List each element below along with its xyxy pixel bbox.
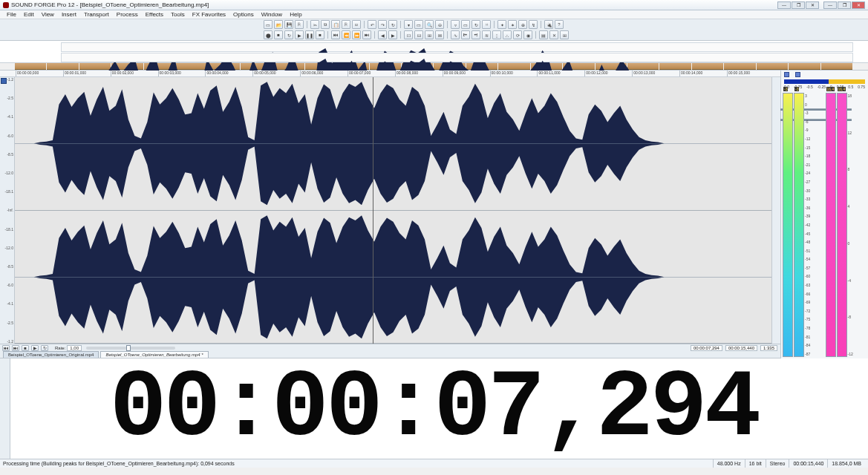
menu-help[interactable]: Help bbox=[286, 11, 305, 18]
open-button[interactable]: 📂 bbox=[274, 20, 283, 29]
doc-minimize-button[interactable]: — bbox=[777, 1, 791, 9]
fx2-button[interactable]: ⩥ bbox=[461, 30, 470, 39]
menu-tools[interactable]: Tools bbox=[167, 11, 189, 18]
doc-close-button[interactable]: ✕ bbox=[806, 1, 819, 9]
menu-view[interactable]: View bbox=[38, 11, 58, 18]
playhead-cursor[interactable] bbox=[373, 77, 373, 344]
ruler-tick: 00:00:08,000 bbox=[395, 71, 418, 76]
mode3-button[interactable]: ⊞ bbox=[425, 30, 434, 39]
tool2-button[interactable]: ✶ bbox=[508, 20, 517, 29]
big-time-panel: 00:00:07,294 bbox=[0, 358, 868, 459]
waveform-area[interactable]: -1.2-2.5-4.1-6.0-8.5-12.0-18.1-Inf.-18.1… bbox=[0, 77, 780, 344]
peak-value-r: -3 bbox=[794, 87, 799, 91]
cursor-time-readout[interactable]: 00:00:07,294 bbox=[691, 345, 722, 351]
record-button[interactable]: ⬤ bbox=[264, 30, 273, 39]
marker-button[interactable]: ▾ bbox=[404, 20, 413, 29]
set1-button[interactable]: ▤ bbox=[539, 30, 548, 39]
rate-slider[interactable] bbox=[86, 347, 175, 350]
selection-button[interactable]: ▭ bbox=[414, 20, 423, 29]
save-as-button[interactable]: ⎘ bbox=[295, 20, 304, 29]
menu-options[interactable]: Options bbox=[229, 11, 258, 18]
ruler-tick: 00:00:15,000 bbox=[727, 71, 750, 76]
window-controls: — ❐ ✕ bbox=[823, 1, 865, 9]
trim-button[interactable]: ⧈ bbox=[352, 20, 361, 29]
total-time-readout[interactable]: 00:00:15,440 bbox=[725, 345, 757, 351]
repeat-button[interactable]: ↻ bbox=[388, 20, 397, 29]
doc-maximize-button[interactable]: ❐ bbox=[792, 1, 805, 9]
set3-button[interactable]: ⊞ bbox=[560, 30, 569, 39]
mode2-button[interactable]: ⊟ bbox=[414, 30, 423, 39]
menu-window[interactable]: Window bbox=[258, 11, 286, 18]
redo-button[interactable]: ↷ bbox=[378, 20, 387, 29]
loudness-meter-l: 16,4 bbox=[826, 93, 836, 357]
stop-button[interactable]: ■ bbox=[22, 345, 29, 351]
play-button[interactable]: ▶ bbox=[295, 30, 304, 39]
forward-button[interactable]: ⏩ bbox=[352, 30, 361, 39]
set2-button[interactable]: ✕ bbox=[549, 30, 558, 39]
menu-insert[interactable]: Insert bbox=[58, 11, 80, 18]
go-end-button[interactable]: ⏭ bbox=[362, 30, 371, 39]
play-button[interactable]: ▶ bbox=[31, 345, 39, 351]
loop-button[interactable]: ↻ bbox=[471, 20, 480, 29]
new-button[interactable]: ▭ bbox=[264, 20, 273, 29]
mode4-button[interactable]: ⊠ bbox=[435, 30, 444, 39]
zoom-out-button[interactable]: ⊖ bbox=[435, 20, 444, 29]
menu-transport[interactable]: Transport bbox=[80, 11, 113, 18]
fx6-button[interactable]: ∴ bbox=[503, 30, 512, 39]
pause-button[interactable]: ❚❚ bbox=[305, 30, 314, 39]
mode1-button[interactable]: ⊡ bbox=[404, 30, 413, 39]
ruler-tick: 00:00:01,000 bbox=[63, 71, 86, 76]
undo-button[interactable]: ↶ bbox=[368, 20, 376, 29]
tool3-button[interactable]: ⊕ bbox=[518, 20, 527, 29]
rewind-button[interactable]: ⏪ bbox=[342, 30, 350, 39]
fx8-button[interactable]: ◉ bbox=[523, 30, 532, 39]
overview-panel[interactable] bbox=[0, 41, 868, 63]
stop2-button[interactable]: ■ bbox=[316, 30, 324, 39]
close-button[interactable]: ✕ bbox=[852, 1, 865, 9]
rate-slider-handle[interactable] bbox=[126, 345, 131, 351]
doc-window-controls: — ❐ ✕ bbox=[777, 1, 819, 9]
go-end-button[interactable]: ⏭ bbox=[12, 345, 19, 351]
menu-fx-favorites[interactable]: FX Favorites bbox=[189, 11, 229, 18]
prev-button[interactable]: ◀ bbox=[378, 30, 387, 39]
rate-value[interactable]: 1,00 bbox=[67, 345, 82, 351]
timeline-ruler[interactable]: 00:00:00,00000:00:01,00000:00:02,00000:0… bbox=[0, 71, 780, 77]
fx3-button[interactable]: ⩤ bbox=[471, 30, 480, 39]
title-bar: SOUND FORGE Pro 12 - [Beispiel_OToene_Op… bbox=[0, 0, 868, 10]
paste-mix-button[interactable]: ⎘ bbox=[342, 20, 350, 29]
snap-button[interactable]: ⌗ bbox=[482, 20, 491, 29]
region-button[interactable]: ▭ bbox=[461, 20, 470, 29]
what-button[interactable]: ? bbox=[555, 20, 564, 29]
fx7-button[interactable]: ⟳ bbox=[513, 30, 522, 39]
zoom-sel-button[interactable]: 🔍 bbox=[425, 20, 434, 29]
cut-button[interactable]: ✂ bbox=[310, 20, 319, 29]
minimize-button[interactable]: — bbox=[823, 1, 837, 9]
marker2-button[interactable]: ▿ bbox=[451, 20, 460, 29]
zoom-ratio-readout[interactable]: 1:335 bbox=[760, 345, 777, 351]
fx5-button[interactable]: ⋮ bbox=[492, 30, 501, 39]
go-start-button[interactable]: ⏮ bbox=[331, 30, 340, 39]
loop-button[interactable]: ↻ bbox=[41, 345, 48, 351]
menu-process[interactable]: Process bbox=[113, 11, 142, 18]
loop-button[interactable]: ↻ bbox=[284, 30, 293, 39]
waveform-canvas[interactable] bbox=[15, 77, 771, 344]
save-button[interactable]: 💾 bbox=[284, 20, 293, 29]
document-tab[interactable]: Beispiel_OToene_Optimieren_Original.mp4 bbox=[3, 351, 99, 358]
next-button[interactable]: ▶ bbox=[388, 30, 397, 39]
tool1-button[interactable]: ✦ bbox=[497, 20, 506, 29]
menu-file[interactable]: File bbox=[3, 11, 20, 18]
edit-button[interactable]: ↯ bbox=[529, 20, 538, 29]
vertical-scrollbar[interactable] bbox=[771, 77, 780, 344]
copy-button[interactable]: ⧉ bbox=[321, 20, 330, 29]
go-start-button[interactable]: ⏮ bbox=[2, 345, 10, 351]
menu-effects[interactable]: Effects bbox=[142, 11, 167, 18]
status-length: 00:00:15,440 bbox=[789, 459, 827, 468]
video-thumbnail[interactable] bbox=[15, 63, 46, 70]
maximize-button[interactable]: ❐ bbox=[838, 1, 851, 9]
stop-button[interactable]: ■ bbox=[274, 30, 283, 39]
fx4-button[interactable]: ≋ bbox=[482, 30, 491, 39]
fx1-button[interactable]: ∿ bbox=[451, 30, 460, 39]
plug-button[interactable]: 🔌 bbox=[544, 20, 553, 29]
paste-button[interactable]: 📋 bbox=[331, 20, 340, 29]
menu-edit[interactable]: Edit bbox=[20, 11, 38, 18]
